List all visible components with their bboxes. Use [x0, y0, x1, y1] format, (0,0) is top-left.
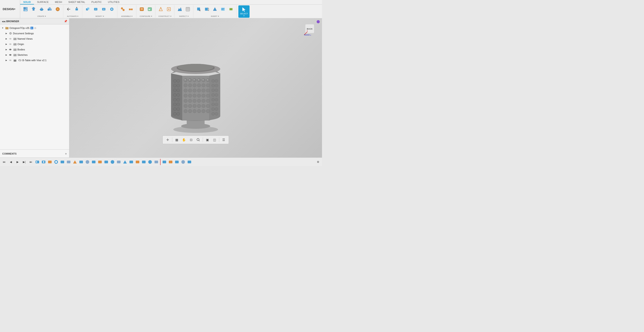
- insert5-button[interactable]: [228, 6, 234, 13]
- tl-item-1[interactable]: [34, 159, 40, 165]
- inspect2-button[interactable]: [184, 6, 192, 13]
- inspect-label[interactable]: INSPECT▾: [179, 15, 188, 17]
- tree-bodies-item[interactable]: ▶ Bodies: [0, 47, 69, 52]
- viewport-display-button[interactable]: ▣: [204, 137, 211, 143]
- tree-sketches-item[interactable]: ▶ Sketches: [0, 52, 69, 58]
- viewport-move-button[interactable]: ✛: [164, 137, 171, 143]
- tl-item-5[interactable]: [60, 159, 65, 165]
- viewport-visual-style-button[interactable]: ◫: [212, 137, 218, 143]
- tab-mesh[interactable]: MESH: [52, 0, 65, 5]
- insert1-button[interactable]: [195, 6, 202, 13]
- tl-item-16[interactable]: [128, 159, 134, 165]
- viewport-zoomfit-button[interactable]: ⊡: [188, 137, 194, 143]
- construct-label[interactable]: CONSTRUCT▾: [158, 15, 171, 17]
- tl-item-6[interactable]: [66, 159, 72, 165]
- tl-item-11[interactable]: [97, 159, 103, 165]
- create-label[interactable]: CREATE▾: [37, 15, 46, 17]
- tree-doc-settings-item[interactable]: ▶ Document Settings: [0, 31, 69, 36]
- configure1-button[interactable]: [138, 6, 145, 13]
- tree-root-item[interactable]: ▼ OctogoonTOp v35 L ⊙: [0, 25, 69, 31]
- brand-area[interactable]: DESIGN ▾: [0, 0, 20, 18]
- viewport-env-button[interactable]: ☰: [221, 137, 227, 143]
- insert-label[interactable]: INSERT▾: [211, 15, 219, 17]
- pattern-button[interactable]: [46, 6, 53, 13]
- automate-label[interactable]: AUTOMATE▾: [67, 15, 78, 17]
- tab-utilities[interactable]: UTILITIES: [105, 0, 122, 5]
- tl-item-22[interactable]: [168, 159, 174, 165]
- viewport-zoom-button[interactable]: [195, 137, 202, 143]
- tree-named-views-item[interactable]: ▶ Named Views: [0, 36, 69, 42]
- named-views-expand-icon[interactable]: ▶: [4, 37, 8, 41]
- tl-item-4[interactable]: [53, 159, 59, 165]
- modify4-button[interactable]: [108, 6, 116, 13]
- tl-item-17[interactable]: [134, 159, 140, 165]
- select-dropdown-arrow[interactable]: ▾: [244, 15, 244, 17]
- modify2-button[interactable]: [92, 6, 99, 13]
- construct1-button[interactable]: [157, 6, 164, 13]
- tl-item-23[interactable]: [174, 159, 180, 165]
- modify-label[interactable]: MODIFY▾: [96, 15, 104, 17]
- tab-sheet-metal[interactable]: SHEET METAL: [65, 0, 88, 5]
- tl-item-3[interactable]: [47, 159, 53, 165]
- tl-item-18[interactable]: [141, 159, 147, 165]
- revolve-button[interactable]: [38, 6, 45, 13]
- arrow-left-button[interactable]: [65, 6, 72, 13]
- b-table-expand-icon[interactable]: ▶: [4, 59, 8, 62]
- bodies-expand-icon[interactable]: ▶: [4, 48, 8, 51]
- assemble-label[interactable]: ASSEMBLE▾: [121, 15, 132, 17]
- construct2-button[interactable]: [165, 6, 172, 13]
- tab-solid[interactable]: SOLID: [20, 0, 34, 5]
- design-dropdown-arrow[interactable]: ▾: [14, 8, 15, 10]
- viewport[interactable]: BACK x y: [69, 18, 322, 157]
- named-views-visibility-icon[interactable]: [8, 37, 12, 41]
- tl-item-15[interactable]: [122, 159, 128, 165]
- tab-surface[interactable]: SURFACE: [34, 0, 52, 5]
- tl-item-9[interactable]: [84, 159, 90, 165]
- sketches-expand-icon[interactable]: ▶: [4, 53, 8, 57]
- assemble1-button[interactable]: [119, 6, 126, 13]
- timeline-settings-button[interactable]: ⚙: [315, 159, 321, 165]
- viewport-pan-button[interactable]: ✋: [181, 137, 187, 143]
- axis-indicator[interactable]: BACK x y: [302, 22, 318, 38]
- inspect1-button[interactable]: [176, 6, 183, 13]
- tl-item-8[interactable]: [78, 159, 84, 165]
- tl-item-19[interactable]: [147, 159, 153, 165]
- b-table-visibility-icon[interactable]: [8, 59, 12, 62]
- tl-item-24[interactable]: [180, 159, 186, 165]
- timeline-next-button[interactable]: ▶|: [21, 159, 27, 165]
- origin-visibility-icon[interactable]: [8, 42, 12, 46]
- insert4-button[interactable]: SVG: [219, 6, 226, 13]
- timeline-to-end-button[interactable]: ⏭: [28, 159, 34, 165]
- fillet-button[interactable]: [54, 6, 61, 13]
- root-expand-icon[interactable]: ▼: [1, 26, 4, 30]
- origin-expand-icon[interactable]: ▶: [4, 42, 8, 46]
- tl-item-20[interactable]: [154, 159, 159, 165]
- configure-label[interactable]: CONFIGURE▾: [140, 15, 152, 17]
- sidebar-pin-button[interactable]: 📌: [64, 20, 67, 23]
- modify3-button[interactable]: [100, 6, 107, 13]
- viewport-grid-button[interactable]: ▦: [174, 137, 180, 143]
- bodies-visibility-icon[interactable]: [8, 48, 12, 51]
- select-button[interactable]: SELECT ▾: [238, 5, 250, 18]
- design-label[interactable]: DESIGN: [3, 8, 14, 11]
- assemble2-button[interactable]: [127, 6, 134, 13]
- insert3-button[interactable]: [211, 6, 218, 13]
- tab-plastic[interactable]: PLASTIC: [88, 0, 105, 5]
- tree-b-table-item[interactable]: ▶ B-Table with Vise v2:1: [0, 58, 69, 63]
- tl-item-13[interactable]: [110, 159, 116, 165]
- comments-add-button[interactable]: +: [65, 152, 67, 155]
- tl-item-2[interactable]: [41, 159, 46, 165]
- timeline-to-start-button[interactable]: ⏮: [1, 159, 7, 165]
- sidebar-collapse-button[interactable]: ◀◀: [2, 20, 5, 23]
- tl-item-14[interactable]: [116, 159, 122, 165]
- configure2-button[interactable]: ▶: [146, 6, 154, 13]
- tl-item-12[interactable]: [103, 159, 109, 165]
- sketches-visibility-icon[interactable]: [8, 53, 12, 57]
- tree-origin-item[interactable]: ▶ Origin: [0, 42, 69, 47]
- tl-item-10[interactable]: [91, 159, 96, 165]
- insert2-button[interactable]: [203, 6, 210, 13]
- timeline-play-button[interactable]: ▶: [14, 159, 20, 165]
- extrude-button[interactable]: [30, 6, 37, 13]
- doc-settings-expand-icon[interactable]: ▶: [4, 32, 8, 35]
- tl-item-7[interactable]: [72, 159, 78, 165]
